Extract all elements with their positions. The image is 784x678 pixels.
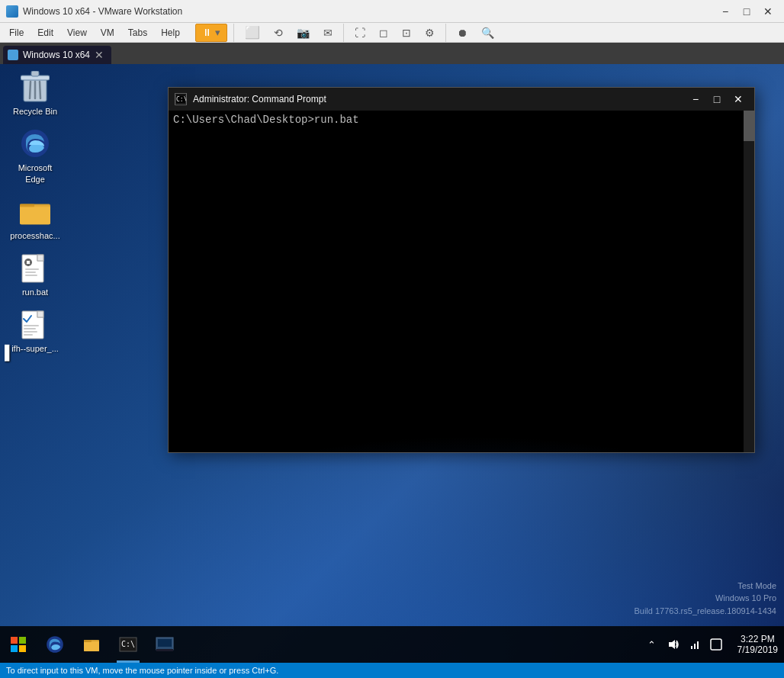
runbat-icon-desktop[interactable]: run.bat xyxy=(8,252,63,298)
ifh-label: ifh--super_... xyxy=(9,342,61,355)
system-clock[interactable]: 3:22 PM 7/19/2019 xyxy=(731,626,784,663)
menu-bar: File Edit View VM Tabs Help ⏸ ▾ ⬜ ⟲ 📷 ✉ … xyxy=(0,23,784,43)
svg-line-3 xyxy=(30,82,31,98)
folder-image xyxy=(20,196,50,227)
taskbar-edge-button[interactable] xyxy=(37,626,73,663)
prefs-button[interactable]: ⚙ xyxy=(420,22,439,43)
cmd-maximize-button[interactable]: □ xyxy=(707,92,727,107)
clock-date: 7/19/2019 xyxy=(737,644,778,655)
taskbar-explorer-button[interactable] xyxy=(73,626,110,663)
svg-rect-24 xyxy=(24,325,39,326)
window-title: Windows 10 x64 - VMware Workstation xyxy=(23,6,715,17)
svg-rect-15 xyxy=(27,259,29,261)
send-key-button[interactable]: ⟲ xyxy=(269,22,288,43)
cursor-indicator: ▌ xyxy=(5,345,14,361)
start-logo xyxy=(11,637,26,652)
tray-network-icon[interactable] xyxy=(686,635,704,654)
watermark-line1: Test Mode xyxy=(634,580,776,593)
taskbar-vm-icon xyxy=(156,637,174,652)
svg-rect-33 xyxy=(84,640,92,642)
msg-button[interactable]: ✉ xyxy=(319,22,337,43)
status-bar: To direct input to this VM, move the mou… xyxy=(0,663,784,678)
ifh-image xyxy=(20,309,50,339)
clock-time: 3:22 PM xyxy=(741,634,775,644)
recycle-bin-icon-desktop[interactable]: Recycle Bin xyxy=(8,72,63,117)
power-icon: ⏸ xyxy=(202,27,212,38)
folder-svg xyxy=(20,198,50,225)
watermark-line3: Build 17763.rs5_release.180914-1434 xyxy=(634,605,776,618)
vmware-workstation: Windows 10 x64 - VMware Workstation − □ … xyxy=(0,0,784,678)
edge-icon-desktop[interactable]: Microsoft Edge xyxy=(8,128,63,185)
taskbar-vm-button[interactable] xyxy=(146,626,183,663)
tray-notification-icon[interactable] xyxy=(707,635,725,654)
svg-line-5 xyxy=(40,82,40,98)
recycle-bin-image xyxy=(20,72,50,102)
snapshot-button[interactable]: 📷 xyxy=(292,22,314,43)
svg-rect-26 xyxy=(24,331,37,333)
maximize-button[interactable]: □ xyxy=(737,4,757,19)
menu-view[interactable]: View xyxy=(61,26,93,40)
menu-edit[interactable]: Edit xyxy=(31,26,59,40)
cmd-window-icon: C:\ xyxy=(175,93,187,105)
menu-tabs[interactable]: Tabs xyxy=(122,26,153,40)
vm-content[interactable]: Recycle Bin Microsoft Edge xyxy=(0,64,784,663)
cmd-title-bar: C:\ Administrator: Command Prompt − □ ✕ xyxy=(169,88,754,111)
minimize-button[interactable]: − xyxy=(715,4,735,19)
svg-point-14 xyxy=(27,261,31,265)
edge-svg xyxy=(20,128,50,159)
status-text: To direct input to this VM, move the mou… xyxy=(6,666,278,675)
cmd-scrollthumb[interactable] xyxy=(744,111,754,141)
cmd-close-button[interactable]: ✕ xyxy=(728,92,748,107)
tab-vm-icon xyxy=(8,50,18,60)
cmd-minimize-button[interactable]: − xyxy=(686,92,705,107)
cmd-body[interactable]: C:\Users\Chad\Desktop>run.bat xyxy=(169,111,754,452)
start-sq-4 xyxy=(19,645,26,652)
power-dropdown-icon: ▾ xyxy=(215,27,220,38)
fullscreen-button[interactable]: ⛶ xyxy=(350,22,370,43)
taskbar-cmd-button[interactable]: C:\ xyxy=(110,626,146,663)
window-controls: − □ ✕ xyxy=(715,4,778,19)
processhac-folder-desktop[interactable]: processhac... xyxy=(8,196,63,242)
svg-rect-21 xyxy=(25,275,37,276)
power-button[interactable]: ⏸ ▾ xyxy=(195,24,227,42)
start-button[interactable] xyxy=(0,626,37,663)
svg-rect-16 xyxy=(27,264,29,266)
svg-text:C:\: C:\ xyxy=(121,640,135,648)
tray-volume-icon[interactable] xyxy=(664,635,683,654)
unity-button[interactable]: ◻ xyxy=(374,22,393,43)
record-button[interactable]: ⏺ xyxy=(452,22,472,43)
ifh-icon-desktop[interactable]: ifh--super_... xyxy=(8,309,63,355)
edge-label: Microsoft Edge xyxy=(8,162,63,185)
menu-help[interactable]: Help xyxy=(155,26,186,40)
zoom-button[interactable]: 🔍 xyxy=(477,22,499,43)
runbat-image xyxy=(20,252,50,283)
windows-desktop[interactable]: Recycle Bin Microsoft Edge xyxy=(0,64,784,663)
tab-bar: Windows 10 x64 ✕ xyxy=(0,43,784,64)
stretch-button[interactable]: ⬜ xyxy=(240,22,265,43)
svg-rect-12 xyxy=(37,255,43,261)
svg-rect-10 xyxy=(20,205,50,207)
cmd-window[interactable]: C:\ Administrator: Command Prompt − □ ✕ … xyxy=(168,87,755,453)
menu-vm[interactable]: VM xyxy=(95,26,120,40)
svg-rect-19 xyxy=(25,268,39,270)
volume-svg xyxy=(667,638,680,651)
svg-rect-2 xyxy=(31,71,39,76)
taskbar-cmd-icon: C:\ xyxy=(119,637,137,652)
tab-close-button[interactable]: ✕ xyxy=(95,49,104,61)
vmware-icon xyxy=(6,5,18,18)
svg-rect-32 xyxy=(84,641,99,651)
menu-file[interactable]: File xyxy=(3,26,30,40)
vm-tab[interactable]: Windows 10 x64 ✕ xyxy=(3,46,111,64)
desktop-icons: Recycle Bin Microsoft Edge xyxy=(8,72,63,355)
recycle-bin-svg xyxy=(21,71,50,103)
close-button[interactable]: ✕ xyxy=(758,4,778,19)
recycle-bin-label: Recycle Bin xyxy=(11,105,59,117)
tray-chevron-icon[interactable]: ⌃ xyxy=(643,635,661,654)
runbat-label: run.bat xyxy=(20,286,50,298)
cmd-scrollbar[interactable] xyxy=(744,111,754,452)
taskbar-explorer-icon xyxy=(82,635,101,654)
svg-rect-8 xyxy=(20,205,50,224)
multimon-button[interactable]: ⊡ xyxy=(397,22,416,43)
svg-marker-39 xyxy=(669,640,675,649)
svg-rect-38 xyxy=(156,649,173,651)
